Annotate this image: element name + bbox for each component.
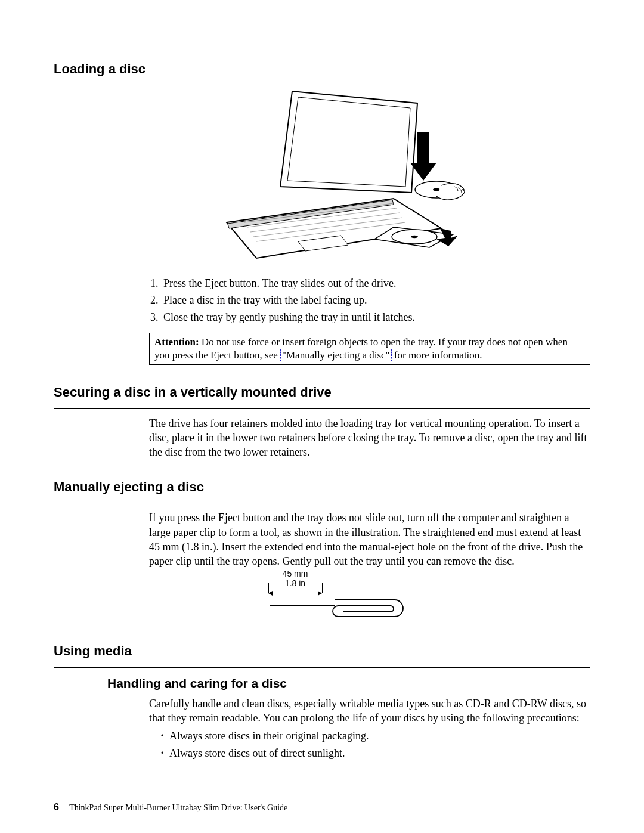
securing-paragraph: The drive has four retainers molded into… <box>149 416 590 460</box>
list-item: Always store discs in their original pac… <box>161 729 590 743</box>
manual-eject-paragraph: If you press the Eject button and the tr… <box>149 510 590 568</box>
heading-loading-disc: Loading a disc <box>54 60 590 78</box>
attention-note: Attention: Do not use force or insert fo… <box>149 333 590 365</box>
loading-step: Place a disc in the tray with the label … <box>161 293 590 307</box>
loading-step: Close the tray by gently pushing the tra… <box>161 310 590 324</box>
section-using-media: Using media Handling and caring for a di… <box>54 636 590 760</box>
manual-eject-body: If you press the Eject button and the tr… <box>149 510 590 568</box>
link-manually-ejecting[interactable]: "Manually ejecting a disc" <box>280 349 392 361</box>
handling-bullets: Always store discs in their original pac… <box>161 729 590 760</box>
section-rule <box>54 377 590 377</box>
loading-steps-list: Press the Eject button. The tray slides … <box>161 276 590 324</box>
section-thin-rule <box>54 408 590 409</box>
page-number: 6 <box>54 802 59 812</box>
heading-securing-disc: Securing a disc in a vertically mounted … <box>54 383 590 401</box>
section-thin-rule <box>54 503 590 503</box>
heading-using-media: Using media <box>54 642 590 660</box>
handling-body: Carefully handle and clean discs, especi… <box>149 696 590 726</box>
section-loading-disc: Loading a disc <box>54 54 590 365</box>
handling-paragraph: Carefully handle and clean discs, especi… <box>149 696 590 726</box>
securing-body: The drive has four retainers molded into… <box>149 416 590 460</box>
section-manual-eject: Manually ejecting a disc If you press th… <box>54 472 590 624</box>
footer-doc-title: ThinkPad Super Multi-Burner Ultrabay Sli… <box>69 803 287 812</box>
list-item: Always store discs out of direct sunligh… <box>161 746 590 760</box>
paperclip-icon <box>268 596 411 626</box>
svg-marker-1 <box>287 97 410 187</box>
figure-paperclip: 45 mm 1.8 in <box>89 572 590 624</box>
svg-point-12 <box>411 235 418 237</box>
page-footer: 6 ThinkPad Super Multi-Burner Ultrabay S… <box>54 801 287 814</box>
section-securing-disc: Securing a disc in a vertically mounted … <box>54 377 590 460</box>
clip-measure-in: 1.8 in <box>268 578 322 589</box>
loading-step: Press the Eject button. The tray slides … <box>161 276 590 290</box>
heading-manual-eject: Manually ejecting a disc <box>54 478 590 496</box>
clip-measure-mm: 45 mm <box>268 569 322 579</box>
figure-laptop-disc <box>89 85 590 268</box>
attention-label: Attention: <box>154 336 199 348</box>
attention-text-after: for more information. <box>392 349 482 361</box>
subheading-handling-disc: Handling and caring for a disc <box>107 675 590 692</box>
section-rule <box>54 54 590 54</box>
section-rule <box>54 472 590 472</box>
svg-marker-2 <box>227 199 441 258</box>
laptop-insert-disc-icon <box>215 85 465 264</box>
section-thin-rule <box>54 667 590 668</box>
section-rule <box>54 636 590 636</box>
